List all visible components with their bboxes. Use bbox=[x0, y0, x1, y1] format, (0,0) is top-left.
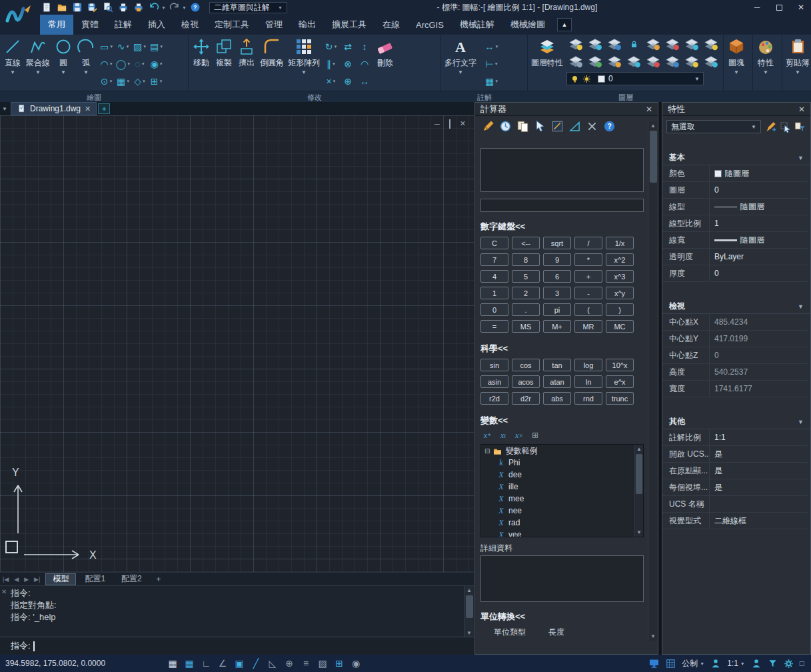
ribbon-tab-定制工具[interactable]: 定制工具 bbox=[207, 15, 257, 35]
ribbon-tab-插入[interactable]: 插入 bbox=[140, 15, 173, 35]
layer-freeze-icon[interactable] bbox=[605, 36, 624, 53]
scientific-button-rnd[interactable]: rnd bbox=[574, 392, 602, 405]
ribbon-button-properties[interactable]: 特性 ▼ bbox=[754, 36, 777, 89]
divide-icon[interactable]: ⊞▼ bbox=[149, 73, 165, 89]
dynamic-input-icon[interactable]: ⊕ bbox=[282, 657, 297, 670]
collapse-section-icon[interactable]: ▼ bbox=[798, 155, 804, 161]
property-value[interactable]: 0 bbox=[709, 265, 808, 281]
ribbon-collapse-button[interactable]: ▲ bbox=[557, 18, 572, 31]
calculator-scrollbar[interactable]: ▲ ▼ bbox=[648, 121, 658, 641]
select-objects-icon[interactable] bbox=[778, 120, 792, 133]
undo-icon[interactable] bbox=[147, 1, 161, 13]
ribbon-tab-在線[interactable]: 在線 bbox=[375, 15, 408, 35]
numpad-button-4[interactable]: 4 bbox=[480, 270, 508, 283]
numpad-button-_[interactable]: + bbox=[574, 270, 602, 283]
numpad-button-3[interactable]: 3 bbox=[543, 287, 571, 299]
scientific-button-ln[interactable]: ln bbox=[574, 375, 602, 388]
lineweight-icon[interactable]: ≡ bbox=[299, 657, 313, 670]
explode-icon[interactable]: ⊗ bbox=[340, 55, 356, 72]
numpad-button-8[interactable]: 8 bbox=[512, 253, 540, 266]
numpad-button-_[interactable]: ) bbox=[606, 303, 634, 316]
application-menu-button[interactable] bbox=[0, 0, 37, 27]
numpad-button-C[interactable]: C bbox=[480, 237, 508, 249]
collapse-icon[interactable]: ⊟ bbox=[484, 447, 490, 455]
variables-header[interactable]: 變數<< bbox=[480, 415, 646, 427]
property-value[interactable]: 是 bbox=[709, 479, 808, 495]
clean-screen-icon[interactable]: □ bbox=[800, 659, 804, 668]
numpad-button-_[interactable]: / bbox=[574, 237, 602, 249]
ribbon-button-modify-4[interactable]: 矩形陣列 ▼ bbox=[286, 36, 322, 89]
collapse-section-icon[interactable]: ▼ bbox=[798, 303, 804, 310]
point-icon[interactable]: ◌▼ bbox=[132, 55, 148, 72]
boundary-icon[interactable]: ▦▼ bbox=[115, 73, 131, 89]
layer-match-icon[interactable] bbox=[566, 53, 585, 70]
command-window-close-icon[interactable]: ✕ bbox=[1, 588, 7, 595]
variable-item-rad[interactable]: X rad bbox=[481, 517, 643, 529]
property-value[interactable]: 隨圖層 bbox=[709, 232, 808, 248]
tab-list-icon[interactable]: ▼ bbox=[0, 106, 9, 112]
variable-item-dee[interactable]: X dee bbox=[481, 469, 643, 481]
annotation-scale-dropdown[interactable]: 1:1 ▼ bbox=[727, 659, 745, 668]
ribbon-tab-註解[interactable]: 註解 bbox=[107, 15, 140, 35]
redo-icon[interactable] bbox=[168, 1, 181, 13]
revision-cloud-icon[interactable]: ∿▼ bbox=[115, 38, 131, 55]
properties-section-header-1[interactable]: 檢視 ▼ bbox=[662, 299, 810, 314]
panel-strip-label[interactable]: 繪圖 bbox=[87, 93, 101, 103]
hatch-icon[interactable]: ▨▼ bbox=[132, 38, 148, 55]
variable-item-mee[interactable]: X mee bbox=[481, 493, 643, 505]
numpad-button-2[interactable]: 2 bbox=[512, 287, 540, 299]
leader-icon[interactable]: ⊢▼ bbox=[480, 55, 504, 72]
layer-current-icon[interactable] bbox=[644, 53, 662, 70]
ribbon-button-modify-2[interactable]: 擠出 bbox=[235, 36, 258, 89]
property-value[interactable]: 隨圖層 bbox=[709, 165, 808, 181]
variables-root-node[interactable]: ⊟ 變數範例 bbox=[481, 445, 643, 457]
doc-close-button[interactable]: ✕ bbox=[460, 119, 466, 128]
property-value[interactable]: 二維線框 bbox=[709, 513, 808, 529]
variables-tree[interactable]: ⊟ 變數範例 k Phi X dee X ille X mee X nee X … bbox=[480, 444, 644, 537]
scrollbar-thumb[interactable] bbox=[466, 595, 473, 618]
scientific-button-log[interactable]: log bbox=[574, 359, 602, 371]
help-icon[interactable]: ? bbox=[189, 1, 202, 13]
new-variable-icon[interactable]: x* bbox=[480, 429, 494, 441]
scroll-up-icon[interactable]: ▲ bbox=[464, 586, 474, 595]
panel-strip-label[interactable]: 註解 bbox=[477, 93, 492, 103]
property-value[interactable]: 540.2537 bbox=[709, 364, 808, 380]
numpad-button-pi[interactable]: pi bbox=[543, 303, 571, 316]
stretch-small-icon[interactable]: ↕ bbox=[357, 38, 373, 55]
property-value[interactable] bbox=[709, 496, 808, 512]
units-dropdown[interactable]: 公制 ▼ bbox=[682, 658, 704, 669]
numpad-header[interactable]: 數字鍵盤<< bbox=[480, 221, 646, 233]
properties-section-header-0[interactable]: 基本 ▼ bbox=[662, 151, 810, 165]
layer-delete-icon[interactable] bbox=[663, 36, 682, 53]
panel-strip-label[interactable]: 圖層 bbox=[618, 93, 633, 103]
units-header[interactable]: 單位轉換<< bbox=[480, 611, 646, 623]
layout-tab-配置2[interactable]: 配置2 bbox=[114, 573, 149, 585]
numpad-button-___[interactable]: <-- bbox=[512, 237, 540, 249]
layout-tab-配置1[interactable]: 配置1 bbox=[77, 573, 113, 585]
property-value[interactable]: 1:1 bbox=[709, 429, 808, 445]
object-snap-icon[interactable]: ▣ bbox=[232, 657, 247, 670]
gradient-icon[interactable]: ⊙▼ bbox=[99, 73, 115, 89]
property-value[interactable]: ByLayer bbox=[709, 249, 808, 265]
layer-merge-icon[interactable] bbox=[624, 53, 643, 70]
ribbon-button-draw-3[interactable]: 弧 ▼ bbox=[75, 36, 97, 89]
ribbon-tab-實體[interactable]: 實體 bbox=[73, 15, 107, 35]
layer-dropdown[interactable]: 0 ▼ bbox=[566, 72, 704, 85]
property-value[interactable]: 0 bbox=[709, 347, 808, 363]
numpad-button-MS[interactable]: MS bbox=[512, 320, 540, 333]
properties-title-bar[interactable]: 特性 ✕ bbox=[662, 103, 810, 116]
numpad-button-_[interactable]: ( bbox=[574, 303, 602, 316]
fillet-small-icon[interactable]: ◠ bbox=[357, 55, 373, 72]
property-value[interactable]: 1741.6177 bbox=[709, 381, 808, 397]
close-expression-icon[interactable] bbox=[584, 119, 599, 133]
numpad-button-1[interactable]: 1 bbox=[480, 287, 508, 299]
ribbon-tab-輸出[interactable]: 輸出 bbox=[291, 15, 324, 35]
layer-lock-icon[interactable] bbox=[624, 36, 643, 53]
object-snap-tracking-icon[interactable]: ╱ bbox=[249, 657, 263, 670]
scroll-up-icon[interactable]: ▲ bbox=[635, 445, 643, 453]
prev-layout-icon[interactable]: ◀ bbox=[11, 576, 21, 583]
scientific-button-cos[interactable]: cos bbox=[512, 359, 540, 371]
layer-unlock-icon[interactable] bbox=[702, 36, 720, 53]
help-icon[interactable]: ? bbox=[602, 119, 616, 133]
calculator-title-bar[interactable]: 計算器 ✕ bbox=[475, 103, 658, 116]
